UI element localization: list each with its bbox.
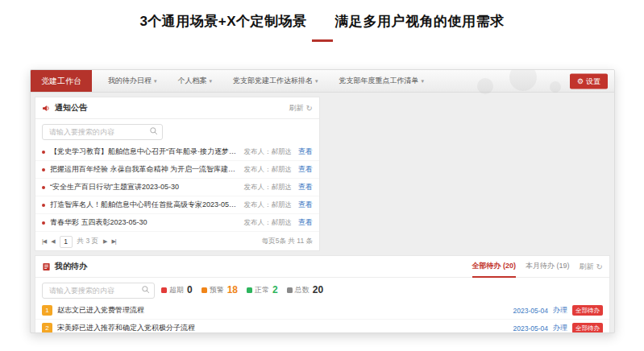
nav-item-key-work-list[interactable]: 党支部年度重点工作清单▾ — [339, 76, 425, 86]
stat-label: 超期 — [169, 285, 184, 295]
todos-header: 我的待办 全部待办 (20) 本月待办 (19) 刷新 ↻ — [35, 256, 609, 278]
normal-icon — [247, 287, 252, 293]
refresh-button[interactable]: 刷新 ↻ — [289, 103, 313, 114]
first-page-button[interactable]: |◀ — [42, 238, 46, 245]
search-icon[interactable] — [149, 126, 158, 135]
announcement-title: 青春华彩 五四表彰2023-05-30 — [50, 217, 238, 228]
home-tab[interactable]: 党建工作台 — [31, 70, 92, 92]
page-number-box[interactable]: 1 — [60, 236, 73, 248]
nav-item-schedule[interactable]: 我的待办日程▾ — [108, 76, 157, 86]
view-link[interactable]: 查看 — [298, 147, 313, 157]
nav-item-branch-ranking[interactable]: 党支部党建工作达标排名▾ — [233, 76, 318, 86]
chevron-down-icon: ▾ — [154, 78, 157, 84]
last-page-button[interactable]: ▶| — [111, 238, 115, 245]
nav-item-label: 党支部年度重点工作清单 — [339, 76, 419, 85]
page-summary: 每页5条 共 11 条 — [262, 237, 313, 246]
announcement-publisher: 发布人：郝朋达 — [244, 147, 293, 157]
top-nav: 党建工作台 我的待办日程▾ 个人档案▾ 党支部党建工作达标排名▾ 党支部年度重点… — [31, 70, 614, 93]
announcements-panel: 通知公告 刷新 ↻ 【党史学 — [35, 97, 320, 251]
todo-row: 2 宋美婷已进入推荐和确定入党积极分子流程 2023-05-04 办理 全部待办 — [35, 320, 609, 333]
view-link[interactable]: 查看 — [298, 200, 313, 210]
todo-stats: 超期0 预警18 正常2 总数20 — [161, 284, 323, 295]
refresh-icon: ↻ — [596, 262, 603, 271]
announcement-publisher: 发布人：郝朋达 — [244, 200, 293, 210]
todos-title: 我的待办 — [55, 261, 87, 272]
megaphone-icon — [42, 104, 51, 113]
todo-number-badge: 2 — [42, 323, 52, 333]
warning-icon — [202, 287, 207, 293]
stat-value: 2 — [272, 284, 278, 295]
view-link[interactable]: 查看 — [298, 217, 313, 228]
announcement-row: 青春华彩 五四表彰2023-05-30 发布人：郝朋达 查看 — [35, 214, 319, 232]
announcement-title: 打造智库名人！船舶信息中心聘任首批高级专家2023-05-30 — [50, 200, 238, 210]
settings-label: 设置 — [586, 76, 600, 86]
stat-normal: 正常2 — [247, 284, 278, 295]
bullet-icon — [42, 168, 45, 171]
announcement-row: 【党史学习教育】船舶信息中心召开“百年船录·接力逐梦”五四青年座谈会202...… — [35, 143, 319, 161]
nav-item-profile[interactable]: 个人档案▾ — [178, 76, 213, 86]
announcement-title: 【党史学习教育】船舶信息中心召开“百年船录·接力逐梦”五四青年座谈会202... — [50, 147, 238, 157]
stat-warning: 预警18 — [202, 284, 238, 295]
announcements-list: 【党史学习教育】船舶信息中心召开“百年船录·接力逐梦”五四青年座谈会202...… — [35, 143, 319, 232]
nav-item-label: 个人档案 — [178, 76, 207, 85]
todos-list: 1 赵志文已进入党费管理流程 2023-05-04 办理 全部待办 2 宋美婷已… — [35, 302, 609, 333]
announcement-title: 把握运用百年经验 永葆自我革命精神 为开启一流智库建设新局面提供坚强保... — [50, 164, 238, 175]
view-link[interactable]: 查看 — [298, 182, 313, 192]
refresh-label: 刷新 — [289, 103, 304, 114]
todo-type-badge: 全部待办 — [572, 305, 603, 316]
todo-type-badge: 全部待办 — [572, 323, 603, 333]
stat-total: 总数20 — [287, 284, 323, 295]
chevron-down-icon: ▾ — [422, 78, 425, 84]
handle-link[interactable]: 办理 — [553, 323, 567, 333]
title-underline — [312, 39, 333, 42]
bullet-icon — [42, 151, 45, 154]
app-window: 党建工作台 我的待办日程▾ 个人档案▾ 党支部党建工作达标排名▾ 党支部年度重点… — [30, 69, 615, 333]
todo-title: 赵志文已进入党费管理流程 — [57, 305, 509, 316]
chevron-down-icon: ▾ — [315, 78, 318, 84]
announcement-publisher: 发布人：郝朋达 — [244, 165, 293, 175]
next-page-button[interactable]: ▶ — [103, 238, 106, 245]
overdue-icon — [161, 287, 167, 293]
prev-page-button[interactable]: ◀ — [51, 238, 54, 245]
bullet-icon — [42, 221, 45, 225]
stat-overdue: 超期0 — [161, 284, 193, 295]
refresh-button[interactable]: 刷新 ↻ — [580, 262, 603, 272]
view-link[interactable]: 查看 — [298, 164, 313, 175]
handle-link[interactable]: 办理 — [553, 305, 567, 316]
announcement-publisher: 发布人：郝朋达 — [244, 183, 293, 192]
nav-menu: 我的待办日程▾ 个人档案▾ 党支部党建工作达标排名▾ 党支部年度重点工作清单▾ — [108, 76, 424, 86]
todo-date: 2023-05-04 — [513, 324, 548, 332]
search-icon[interactable] — [141, 285, 150, 294]
todo-row: 1 赵志文已进入党费管理流程 2023-05-04 办理 全部待办 — [35, 302, 609, 320]
refresh-icon: ↻ — [306, 104, 313, 113]
announcements-header: 通知公告 刷新 ↻ — [35, 97, 319, 119]
settings-button[interactable]: ⚙ 设置 — [570, 73, 608, 89]
chevron-down-icon: ▾ — [210, 78, 213, 84]
todos-panel: 我的待办 全部待办 (20) 本月待办 (19) 刷新 ↻ — [35, 255, 610, 333]
stat-label: 正常 — [255, 285, 269, 295]
bullet-icon — [42, 204, 45, 207]
todo-title: 宋美婷已进入推荐和确定入党积极分子流程 — [57, 323, 509, 333]
total-icon — [287, 287, 293, 293]
stat-label: 总数 — [295, 285, 310, 295]
tab-all-todos[interactable]: 全部待办 (20) — [472, 256, 517, 278]
stat-value: 18 — [227, 284, 238, 295]
stat-value: 0 — [187, 284, 193, 295]
pages-total: 共 3 页 — [77, 237, 98, 246]
refresh-label: 刷新 — [580, 262, 594, 272]
announcements-search-row — [35, 119, 319, 143]
tab-month-todos[interactable]: 本月待办 (19) — [526, 256, 570, 278]
search-input[interactable] — [42, 283, 155, 299]
announcement-row: 打造智库名人！船舶信息中心聘任首批高级专家2023-05-30 发布人：郝朋达 … — [35, 196, 319, 214]
announcement-row: “安全生产百日行动”主题宣讲2023-05-30 发布人：郝朋达 查看 — [35, 179, 319, 196]
nav-item-label: 党支部党建工作达标排名 — [233, 76, 313, 85]
stat-label: 预警 — [210, 285, 224, 295]
dashboard-content: 通知公告 刷新 ↻ 【党史学 — [31, 93, 614, 332]
announcement-publisher: 发布人：郝朋达 — [244, 218, 293, 228]
todo-number-badge: 1 — [42, 305, 52, 316]
nav-item-label: 我的待办日程 — [108, 76, 152, 85]
stat-value: 20 — [313, 284, 323, 295]
announcement-row: 把握运用百年经验 永葆自我革命精神 为开启一流智库建设新局面提供坚强保... 发… — [35, 161, 319, 179]
search-input[interactable] — [42, 124, 163, 140]
gear-icon: ⚙ — [577, 77, 584, 85]
